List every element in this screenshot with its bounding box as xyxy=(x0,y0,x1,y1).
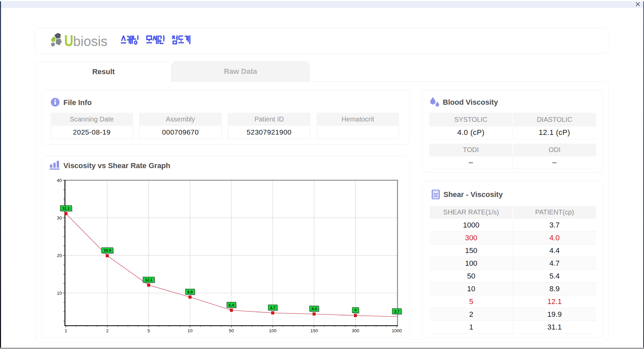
svg-text:1: 1 xyxy=(65,328,67,333)
svg-text:50: 50 xyxy=(229,328,234,333)
svg-text:10: 10 xyxy=(57,291,62,296)
svg-text:12.1: 12.1 xyxy=(145,278,153,282)
svg-text:3.7: 3.7 xyxy=(394,309,399,313)
svg-text:2: 2 xyxy=(106,328,109,333)
svg-text:5: 5 xyxy=(147,328,150,333)
svg-text:300: 300 xyxy=(352,328,359,333)
svg-text:19.9: 19.9 xyxy=(104,248,111,252)
svg-text:5.4: 5.4 xyxy=(229,303,234,307)
svg-text:8.9: 8.9 xyxy=(187,290,193,294)
svg-text:4: 4 xyxy=(354,308,357,312)
svg-text:31.1: 31.1 xyxy=(62,206,70,210)
svg-text:4.7: 4.7 xyxy=(270,306,275,310)
svg-text:100: 100 xyxy=(269,328,277,333)
svg-text:10: 10 xyxy=(187,328,193,333)
svg-text:20: 20 xyxy=(57,253,62,258)
svg-text:4.4: 4.4 xyxy=(311,307,317,311)
svg-text:30: 30 xyxy=(57,215,62,220)
svg-text:biosis: biosis xyxy=(73,34,107,48)
svg-text:150: 150 xyxy=(310,328,318,333)
svg-text:1000: 1000 xyxy=(392,328,402,333)
svg-text:40: 40 xyxy=(57,178,62,183)
